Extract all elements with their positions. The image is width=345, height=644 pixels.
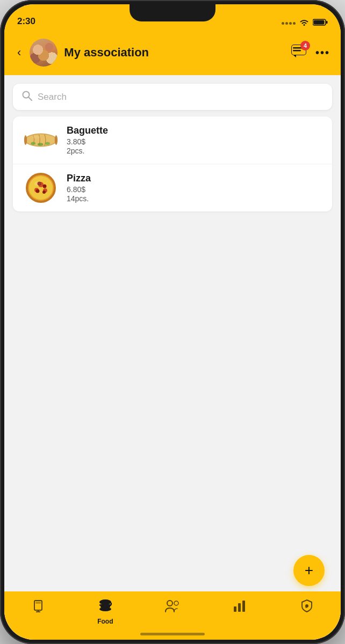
home-indicator [140,633,205,635]
screen-inner: 2:30 [4,4,341,640]
svg-point-16 [38,143,44,145]
svg-point-13 [24,135,27,145]
item-price: 3.80$ [67,137,321,146]
svg-point-0 [304,24,305,26]
item-info: Pizza 6.80$ 14pcs. [67,173,321,203]
nav-label-food: Food [97,618,113,625]
page-title: My association [64,46,284,60]
phone-frame: 2:30 [0,0,345,644]
people-icon [164,599,181,616]
svg-point-39 [167,601,172,606]
battery-icon [313,18,328,28]
signal-icon [282,22,296,25]
shield-icon: e [300,599,314,616]
notch [130,4,215,21]
item-name: Pizza [67,173,321,184]
search-bar[interactable]: Search [13,84,332,110]
item-qty: 14pcs. [67,194,321,203]
status-icons [282,18,328,28]
item-price: 6.80$ [67,185,321,194]
svg-rect-2 [314,20,325,25]
svg-rect-30 [35,602,41,604]
svg-rect-43 [242,601,245,612]
list-item[interactable]: Pizza 6.80$ 14pcs. [13,164,332,211]
back-button[interactable]: ‹ [15,43,23,62]
more-options-button[interactable]: ••• [315,47,330,59]
svg-rect-41 [234,606,236,612]
svg-point-17 [45,142,50,145]
phone-screen: 2:30 [4,4,341,640]
svg-rect-3 [326,21,328,24]
svg-point-28 [34,181,41,186]
svg-point-36 [99,607,111,611]
svg-point-33 [99,599,111,605]
notifications-button[interactable]: 4 [291,44,307,61]
svg-line-9 [28,97,32,100]
notification-badge: 4 [300,41,310,50]
item-info: Baguette 3.80$ 2pcs. [67,125,321,155]
nav-item-food[interactable]: Food [71,597,139,625]
header-actions: 4 ••• [291,44,330,61]
items-list: Baguette 3.80$ 2pcs. [13,116,332,211]
burger-icon [98,599,113,616]
svg-point-12 [32,136,40,138]
avatar[interactable] [30,39,58,67]
svg-rect-7 [293,50,301,52]
svg-point-40 [174,601,178,605]
baguette-image [24,127,58,153]
svg-point-25 [36,189,40,193]
search-input[interactable]: Search [38,92,67,103]
nav-item-people[interactable] [139,597,206,616]
item-qty: 2pcs. [67,147,321,155]
pizza-image [24,174,58,201]
svg-point-14 [55,135,58,145]
bars-icon [233,599,247,616]
search-icon [21,90,32,104]
header: ‹ My association 4 [4,32,341,75]
nav-item-stats[interactable] [206,597,274,616]
svg-text:e: e [305,605,307,609]
item-name: Baguette [67,125,321,136]
add-item-button[interactable]: + [293,555,325,586]
nav-item-drinks[interactable] [4,597,71,616]
svg-point-26 [42,191,46,194]
status-time: 2:30 [17,16,35,28]
list-item[interactable]: Baguette 3.80$ 2pcs. [13,116,332,164]
svg-rect-42 [238,603,241,612]
content-area: Search [4,75,341,640]
cup-icon [31,599,45,616]
svg-point-15 [31,142,35,145]
nav-item-settings[interactable]: e [274,597,341,616]
svg-point-24 [43,185,47,188]
wifi-icon [299,18,310,28]
svg-point-19 [29,176,53,200]
